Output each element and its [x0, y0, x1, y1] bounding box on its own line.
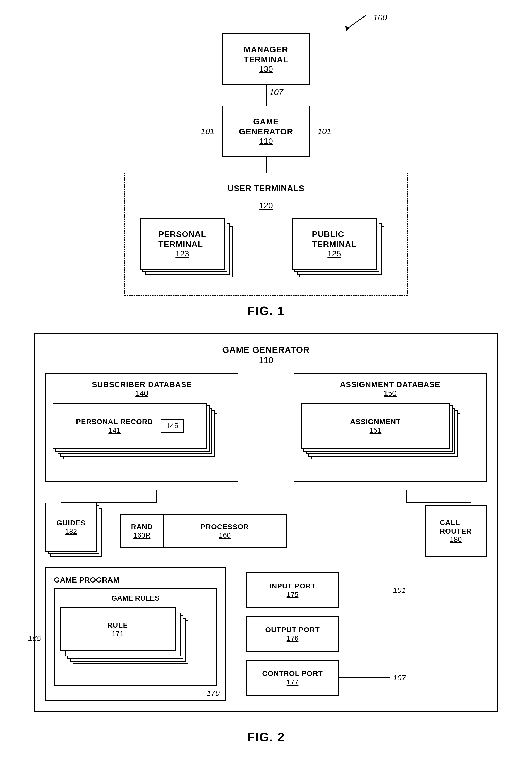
manager-terminal-box: MANAGERTERMINAL 130	[222, 34, 310, 85]
output-port-box: OUTPUT PORT 176	[246, 616, 339, 652]
public-terminal-label: PUBLICTERMINAL	[312, 229, 356, 249]
manager-terminal-number: 130	[259, 64, 273, 74]
guides-stack: GUIDES 182	[45, 503, 112, 559]
ref-100-label: 100	[373, 13, 387, 23]
assignment-stack: ASSIGNMENT 151	[301, 403, 480, 475]
personal-record-number: 141	[109, 426, 120, 434]
rand-processor-row: RAND 160R PROCESSOR 160	[120, 514, 287, 548]
control-port-number: 177	[287, 678, 299, 686]
ref-107-label: 107	[269, 88, 283, 97]
ref-107-fig2: 107	[393, 673, 406, 682]
game-program-box: 165 GAME PROGRAM GAME RULES	[45, 567, 226, 701]
guides-label: GUIDES	[56, 519, 86, 527]
rand-number: 160R	[133, 531, 151, 540]
fig2-mid-row: GUIDES 182 RAND 160R	[45, 503, 487, 559]
subscriber-db-box: SUBSCRIBER DATABASE 140 PERSONAL RECORD …	[45, 373, 238, 482]
call-router-label: CALLROUTER	[440, 518, 472, 535]
personal-terminal-front: PERSONALTERMINAL 123	[140, 218, 225, 269]
user-terminals-number: 120	[259, 201, 273, 210]
rand-box-wrapper: RAND 160R	[120, 514, 164, 548]
game-generator-number: 110	[259, 136, 273, 146]
call-router-box: CALLROUTER 180	[425, 505, 487, 557]
output-port-label: OUTPUT PORT	[265, 626, 320, 634]
ref-101-fig2: 101	[393, 586, 406, 595]
personal-terminal-label: PERSONALTERMINAL	[158, 229, 206, 249]
guides-number: 182	[65, 527, 77, 536]
control-port-box: CONTROL PORT 177	[246, 660, 339, 696]
rand-processor-group: RAND 160R PROCESSOR 160	[120, 514, 287, 548]
ref-165: 165	[28, 634, 41, 643]
rule-number: 171	[112, 630, 124, 638]
call-router-number: 180	[450, 535, 462, 544]
input-port-box: INPUT PORT 175	[246, 572, 339, 608]
ref-100-arrow	[340, 13, 371, 34]
subscriber-db-number: 140	[52, 389, 231, 398]
control-port-line	[339, 677, 390, 678]
assignment-db-title: ASSIGNMENT DATABASE	[301, 380, 480, 389]
fig2-outer-number: 110	[45, 355, 487, 365]
fig2-label: FIG. 2	[247, 730, 284, 744]
processor-box: PROCESSOR 160	[163, 514, 287, 548]
game-program-title: GAME PROGRAM	[54, 575, 217, 584]
subscriber-db-title: SUBSCRIBER DATABASE	[52, 380, 231, 389]
rule-front: RULE 171	[60, 607, 176, 651]
ports-column: INPUT PORT 175 101 OUTPUT PORT 176	[246, 567, 487, 696]
game-rules-title: GAME RULES	[60, 594, 211, 602]
fig2-top-row: SUBSCRIBER DATABASE 140 PERSONAL RECORD …	[45, 373, 487, 482]
assignment-db-number: 150	[301, 389, 480, 398]
personal-record-front: PERSONAL RECORD 141 145	[52, 403, 207, 449]
control-port-row: CONTROL PORT 177 107	[246, 660, 487, 696]
input-port-row: INPUT PORT 175 101	[246, 572, 487, 608]
fig1-area: 100 MANAGERTERMINAL 130 107 101 GAMEGENE…	[60, 10, 472, 318]
line-gamegen-to-terminals	[266, 157, 266, 173]
input-port-line	[339, 590, 390, 590]
guides-front: GUIDES 182	[45, 503, 97, 552]
game-rules-box: GAME RULES RULE 171	[54, 588, 217, 686]
svg-marker-1	[345, 26, 350, 31]
fig2-title-area: GAME GENERATOR 110	[45, 344, 487, 365]
ref-101-right: 101	[318, 127, 331, 136]
personal-record-sub: 145	[161, 419, 184, 433]
processor-number: 160	[219, 531, 231, 540]
main-container: 100 MANAGERTERMINAL 130 107 101 GAMEGENE…	[16, 10, 516, 744]
output-port-number: 176	[287, 634, 299, 643]
user-terminals-label: USER TERMINALS	[228, 184, 304, 193]
public-terminal-number: 125	[327, 249, 341, 259]
processor-label: PROCESSOR	[200, 522, 249, 531]
input-port-label: INPUT PORT	[269, 582, 316, 590]
v-line-left	[156, 490, 157, 503]
personal-record-label: PERSONAL RECORD	[76, 418, 153, 426]
personal-terminal-number: 123	[175, 249, 189, 259]
h-line-right	[407, 502, 471, 503]
manager-terminal-label: MANAGERTERMINAL	[244, 44, 288, 64]
assignment-number: 151	[369, 426, 382, 434]
v-line-right	[406, 490, 407, 503]
game-generator-box: GAMEGENERATOR 110	[222, 106, 310, 157]
ref-101-left: 101	[201, 127, 214, 136]
ref-170: 170	[207, 689, 220, 698]
game-generator-label: GAMEGENERATOR	[239, 116, 293, 136]
fig2-outer-box: GAME GENERATOR 110 SUBSCRIBER DATABASE 1…	[34, 334, 498, 712]
rule-label: RULE	[108, 621, 128, 630]
user-terminals-box: USER TERMINALS 120 PERSONALTERMINAL 123	[124, 173, 408, 296]
rule-stack: RULE 171	[60, 607, 211, 680]
public-terminal-front: PUBLICTERMINAL 125	[292, 218, 377, 269]
input-port-number: 175	[287, 590, 299, 599]
mid-connectors	[45, 490, 487, 503]
assignment-front: ASSIGNMENT 151	[301, 403, 450, 449]
fig1-label: FIG. 1	[247, 304, 284, 318]
control-port-label: CONTROL PORT	[262, 669, 323, 678]
personal-record-sub-number: 145	[166, 422, 178, 430]
public-terminal-stack: PUBLICTERMINAL 125	[292, 218, 392, 285]
svg-line-0	[347, 16, 366, 28]
personal-terminal-stack: PERSONALTERMINAL 123	[140, 218, 240, 285]
fig2-bottom-row: 165 GAME PROGRAM GAME RULES	[45, 567, 487, 701]
rand-box: RAND 160R	[120, 514, 164, 548]
rand-label: RAND	[131, 522, 153, 531]
fig2-outer-title: GAME GENERATOR	[45, 344, 487, 355]
terminal-pairs: PERSONALTERMINAL 123 PUBLICTERMINAL 125	[140, 218, 392, 285]
assignment-label: ASSIGNMENT	[350, 418, 401, 426]
personal-record-stack: PERSONAL RECORD 141 145	[52, 403, 231, 475]
line-manager-to-gamegen	[266, 85, 266, 106]
assignment-db-box: ASSIGNMENT DATABASE 150 ASSIGNMENT 151	[294, 373, 487, 482]
